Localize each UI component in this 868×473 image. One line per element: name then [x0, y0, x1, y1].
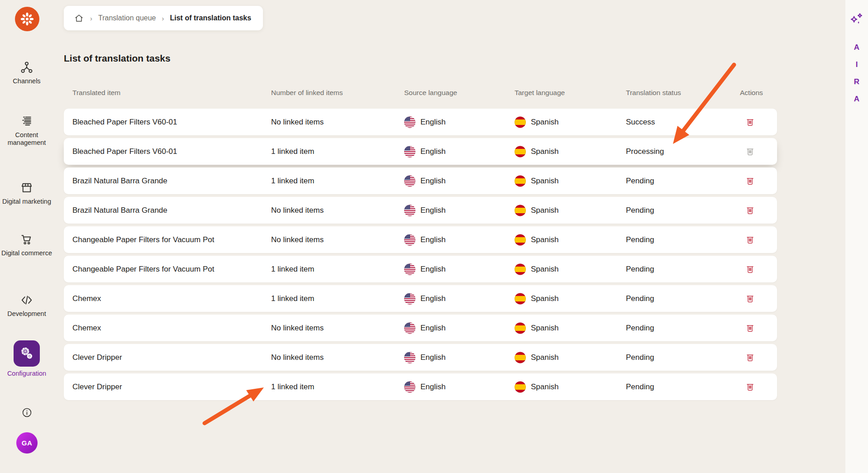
delete-task-button[interactable]: [742, 114, 758, 130]
sidebar-item-development[interactable]: Development: [0, 293, 53, 318]
gears-icon: [19, 346, 34, 361]
delete-task-button[interactable]: [742, 173, 758, 189]
header-target-language: Target language: [515, 89, 565, 97]
translation-status-cell: Pending: [626, 353, 654, 362]
aira-sparkles-button[interactable]: [849, 13, 865, 31]
source-language-cell: English: [404, 234, 446, 245]
target-language-label: Spanish: [531, 294, 558, 303]
breadcrumb: › Translation queue › List of translatio…: [64, 6, 263, 30]
translated-item-cell: Brazil Natural Barra Grande: [72, 206, 167, 215]
table-row: Chemex No linked items English Spanish P…: [64, 315, 777, 341]
target-language-label: Spanish: [531, 265, 558, 274]
target-language-cell: Spanish: [515, 293, 558, 304]
linked-items-cell: No linked items: [271, 353, 324, 362]
breadcrumb-translation-queue[interactable]: Translation queue: [98, 14, 156, 22]
linked-items-cell: 1 linked item: [271, 177, 314, 186]
sidebar-item-label: Content management: [0, 131, 53, 147]
translation-status-cell: Pending: [626, 206, 654, 215]
spain-flag-icon: [515, 116, 526, 128]
translated-item-cell: Brazil Natural Barra Grande: [72, 177, 167, 186]
target-language-cell: Spanish: [515, 175, 558, 186]
trash-icon: [745, 117, 755, 127]
table-row: Bleached Paper Filters V60-01 1 linked i…: [64, 138, 777, 165]
target-language-label: Spanish: [531, 206, 558, 215]
header-translated-item: Translated item: [72, 89, 120, 97]
trash-icon: [745, 264, 755, 274]
source-language-label: English: [420, 118, 446, 127]
delete-task-button[interactable]: [742, 291, 758, 307]
source-language-cell: English: [404, 175, 446, 186]
linked-items-cell: No linked items: [271, 118, 324, 127]
code-icon: [20, 293, 33, 307]
cart-icon: [20, 233, 33, 246]
trash-icon: [745, 293, 755, 304]
target-language-label: Spanish: [531, 353, 558, 362]
sidebar-item-channels[interactable]: Channels: [0, 61, 53, 85]
translated-item-cell: Chemex: [72, 324, 101, 333]
aira-letter: A: [854, 95, 859, 104]
table-row: Clever Dripper 1 linked item English Spa…: [64, 373, 777, 400]
us-flag-icon: [404, 205, 415, 216]
translated-item-cell: Bleached Paper Filters V60-01: [72, 147, 177, 156]
linked-items-cell: No linked items: [271, 324, 324, 333]
table-row: Bleached Paper Filters V60-01 No linked …: [64, 109, 777, 135]
avatar-initials: GA: [22, 439, 33, 447]
us-flag-icon: [404, 116, 415, 128]
target-language-label: Spanish: [531, 382, 558, 392]
spain-flag-icon: [515, 352, 526, 363]
target-language-label: Spanish: [531, 235, 558, 244]
delete-task-button[interactable]: [742, 320, 758, 336]
translation-status-cell: Pending: [626, 382, 654, 392]
source-language-cell: English: [404, 352, 446, 363]
target-language-cell: Spanish: [515, 205, 558, 216]
target-language-cell: Spanish: [515, 146, 558, 157]
source-language-cell: English: [404, 205, 446, 216]
header-translation-status: Translation status: [626, 89, 681, 97]
sidebar-item-digital-marketing[interactable]: Digital marketing: [0, 181, 53, 205]
us-flag-icon: [404, 234, 415, 245]
sidebar-item-label: Digital commerce: [0, 249, 53, 257]
info-icon: [21, 407, 33, 418]
linked-items-cell: No linked items: [271, 206, 324, 215]
translated-item-cell: Changeable Paper Filters for Vacuum Pot: [72, 235, 214, 244]
delete-task-button[interactable]: [742, 349, 758, 366]
aira-letter: I: [856, 60, 858, 69]
info-button[interactable]: [0, 407, 53, 418]
starburst-icon: [19, 11, 35, 27]
trash-icon: [745, 205, 755, 215]
user-avatar[interactable]: GA: [16, 432, 38, 454]
delete-task-button[interactable]: [742, 379, 758, 395]
target-language-cell: Spanish: [515, 116, 558, 128]
translation-status-cell: Pending: [626, 265, 654, 274]
delete-task-button[interactable]: [742, 232, 758, 248]
translation-status-cell: Pending: [626, 235, 654, 244]
translated-item-cell: Changeable Paper Filters for Vacuum Pot: [72, 265, 214, 274]
spain-flag-icon: [515, 381, 526, 392]
translation-status-cell: Success: [626, 118, 655, 127]
target-language-label: Spanish: [531, 324, 558, 333]
sidebar-item-digital-commerce[interactable]: Digital commerce: [0, 233, 53, 257]
us-flag-icon: [404, 381, 415, 392]
sidebar-item-label: Channels: [0, 77, 53, 85]
source-language-cell: English: [404, 381, 446, 392]
aira-letter: A: [854, 43, 859, 52]
spain-flag-icon: [515, 205, 526, 216]
trash-icon: [745, 176, 755, 186]
breadcrumb-current: List of translation tasks: [170, 14, 252, 22]
home-icon[interactable]: [74, 13, 84, 24]
sidebar-item-configuration[interactable]: Configuration: [0, 340, 53, 377]
translation-status-cell: Pending: [626, 177, 654, 186]
aira-letter: R: [854, 77, 859, 86]
delete-task-button[interactable]: [742, 261, 758, 277]
header-actions: Actions: [740, 89, 763, 97]
target-language-label: Spanish: [531, 177, 558, 186]
delete-task-button[interactable]: [742, 202, 758, 219]
aira-assistant-rail: A I R A: [845, 0, 868, 473]
us-flag-icon: [404, 146, 415, 157]
sidebar-item-content-management[interactable]: Content management: [0, 115, 53, 147]
spain-flag-icon: [515, 322, 526, 334]
source-language-cell: English: [404, 263, 446, 275]
trash-icon: [745, 382, 755, 392]
kontent-logo[interactable]: [15, 7, 39, 31]
source-language-label: English: [420, 177, 446, 186]
